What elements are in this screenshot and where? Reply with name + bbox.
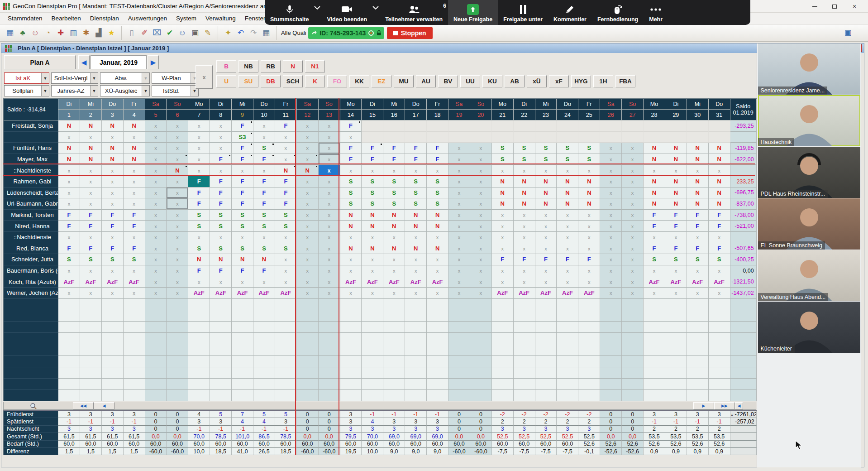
zoom-loupe-icon[interactable]	[30, 403, 37, 410]
day-number[interactable]: 16	[383, 110, 405, 120]
day-number[interactable]: 7	[188, 110, 210, 120]
legend-button-nb[interactable]: NB	[238, 60, 258, 72]
shift-cell[interactable]: x	[600, 176, 622, 187]
new-share-button[interactable]: Neue Freigabe	[448, 0, 498, 25]
employee-name[interactable]	[4, 132, 58, 143]
shift-cell[interactable]: AzF	[383, 276, 405, 288]
shift-cell[interactable]: x	[427, 165, 448, 176]
legend-button-ab[interactable]: AB	[505, 75, 525, 87]
shift-cell-empty[interactable]	[622, 333, 644, 344]
shift-cell-empty[interactable]	[448, 299, 470, 310]
shift-cell[interactable]: x	[145, 288, 167, 299]
shift-cell-empty[interactable]	[535, 310, 557, 322]
shift-cell[interactable]: N	[427, 243, 448, 255]
shift-cell-empty[interactable]	[210, 367, 232, 379]
shift-cell[interactable]: N	[665, 187, 687, 199]
shift-cell[interactable]: x	[448, 288, 470, 299]
shift-cell-empty[interactable]	[362, 322, 383, 333]
shift-cell[interactable]: x	[535, 165, 557, 176]
shift-cell[interactable]: x	[557, 265, 578, 277]
shift-cell[interactable]: x	[253, 276, 275, 288]
shift-cell[interactable]: x	[405, 265, 427, 277]
shift-cell[interactable]: x	[427, 254, 448, 265]
shift-cell[interactable]: N	[535, 187, 557, 199]
shift-cell[interactable]: x	[622, 265, 644, 277]
print-icon[interactable]: ▣	[189, 27, 201, 39]
shift-cell-empty[interactable]	[232, 299, 253, 310]
shift-cell-empty[interactable]	[557, 310, 578, 322]
shift-cell[interactable]: AzF	[535, 288, 557, 299]
shift-cell[interactable]: AzF	[557, 288, 578, 299]
filter-dropdown-sollplan[interactable]: Sollplan▼	[4, 85, 49, 96]
shift-cell-empty[interactable]	[253, 344, 275, 356]
shift-cell-empty[interactable]	[340, 299, 362, 310]
shift-cell-empty[interactable]	[188, 310, 210, 322]
shift-cell[interactable]: x	[665, 265, 687, 277]
shift-cell[interactable]: N	[427, 210, 448, 221]
shift-cell[interactable]: N	[340, 210, 362, 221]
shift-cell-empty[interactable]	[622, 379, 644, 390]
manage-participants-button[interactable]: 6Teilnehmer verwalten	[380, 0, 448, 25]
shift-cell[interactable]: F	[253, 176, 275, 187]
shift-cell-empty[interactable]	[297, 299, 319, 310]
shift-cell[interactable]: x	[362, 232, 383, 243]
shift-cell[interactable]: S	[232, 210, 253, 221]
shift-cell[interactable]: x	[253, 232, 275, 243]
shift-cell[interactable]: x	[687, 288, 709, 299]
shift-cell[interactable]: S	[340, 198, 362, 210]
shift-cell[interactable]: x	[102, 187, 124, 199]
shift-cell-empty[interactable]	[535, 333, 557, 344]
shift-cell[interactable]: x	[253, 132, 275, 143]
shift-cell[interactable]: x	[58, 232, 80, 243]
shift-cell-empty[interactable]	[167, 344, 188, 356]
shift-cell-empty[interactable]	[383, 344, 405, 356]
shift-cell[interactable]: N	[210, 254, 232, 265]
shift-cell[interactable]: F	[124, 221, 145, 232]
shift-cell-empty[interactable]	[58, 390, 80, 401]
shift-cell[interactable]	[383, 120, 405, 132]
day-number[interactable]: 4	[124, 110, 145, 120]
maximize-button[interactable]	[825, 1, 844, 12]
shift-cell[interactable]: x	[188, 120, 210, 132]
shift-cell[interactable]: N	[102, 154, 124, 165]
shift-cell[interactable]: x	[80, 265, 102, 277]
shift-cell[interactable]: S	[383, 176, 405, 187]
shift-cell[interactable]: S	[665, 254, 687, 265]
employee-name[interactable]: Schneider, Jutta	[4, 254, 58, 265]
shift-cell[interactable]: x	[709, 165, 730, 176]
shift-cell[interactable]: x	[145, 143, 167, 154]
shift-cell[interactable]: x	[102, 165, 124, 176]
mute-button[interactable]: Stummschalte	[265, 0, 314, 25]
shift-cell[interactable]: x	[448, 254, 470, 265]
shift-cell[interactable]: x	[124, 165, 145, 176]
shift-cell-empty[interactable]	[600, 333, 622, 344]
shift-cell[interactable]: x	[80, 187, 102, 199]
shift-cell-empty[interactable]	[124, 310, 145, 322]
legend-button-fba[interactable]: FBA	[615, 75, 635, 87]
shift-cell[interactable]: F	[427, 143, 448, 154]
shift-cell[interactable]: x	[470, 176, 492, 187]
shift-cell-empty[interactable]	[427, 356, 448, 367]
shift-cell-empty[interactable]	[578, 367, 600, 379]
shift-cell[interactable]: x	[145, 187, 167, 199]
shift-cell[interactable]: F	[232, 143, 253, 154]
shift-cell-empty[interactable]	[427, 333, 448, 344]
shift-cell[interactable]	[427, 132, 448, 143]
shift-cell[interactable]: N	[709, 154, 730, 165]
shift-cell-empty[interactable]	[253, 310, 275, 322]
employee-name[interactable]: Fünffünf, Hans	[4, 143, 58, 154]
shift-cell[interactable]: x	[319, 120, 340, 132]
shift-cell[interactable]: F	[709, 221, 730, 232]
shift-cell[interactable]: x	[188, 154, 210, 165]
chevron-down-icon[interactable]: ▼	[142, 86, 149, 96]
shift-cell-empty[interactable]	[297, 367, 319, 379]
shift-cell[interactable]: N	[687, 198, 709, 210]
shift-cell[interactable]: F	[210, 154, 232, 165]
shift-cell[interactable]: F	[275, 176, 297, 187]
shift-cell[interactable]: S	[340, 187, 362, 199]
shift-cell-empty[interactable]	[145, 390, 167, 401]
next-month-button[interactable]: ▶	[148, 55, 159, 69]
shift-cell[interactable]: F	[644, 210, 665, 221]
employee-name[interactable]: Koch, Rita (Azubi)	[4, 276, 58, 288]
employee-name[interactable]: Mayer, Max	[4, 154, 58, 165]
